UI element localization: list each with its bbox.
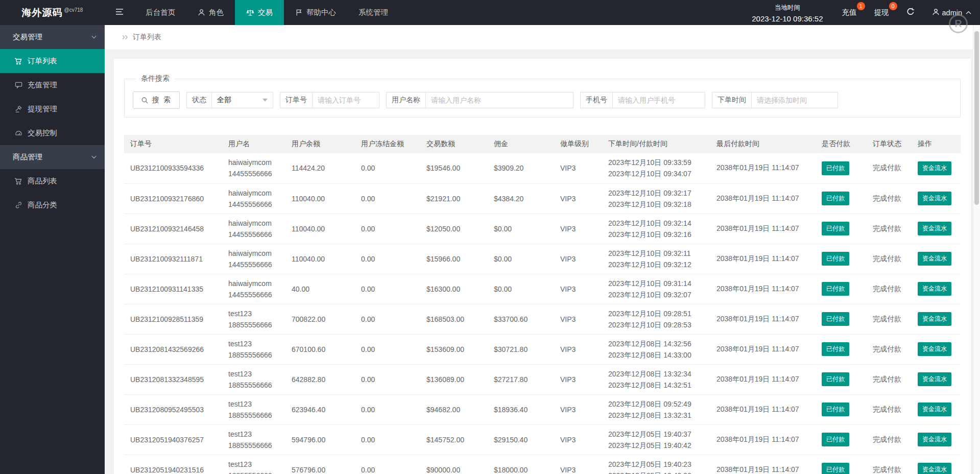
cell-level: VIP3: [554, 244, 602, 274]
order-time: 2023年12月10日 09:33:59: [608, 157, 704, 168]
user-name: test123: [228, 338, 279, 349]
cell-action: 资金流水: [912, 394, 961, 424]
filter-input[interactable]: [426, 92, 573, 108]
page-title: 订单列表: [133, 33, 161, 42]
scrollbar-thumb[interactable]: [974, 31, 979, 205]
user-name: haiwaiymcom: [228, 218, 279, 229]
fund-flow-button[interactable]: 资金流水: [918, 192, 951, 205]
cell-balance: 110040.00: [285, 183, 355, 214]
search-button[interactable]: 搜 索: [133, 91, 180, 109]
cell-level: VIP3: [554, 183, 602, 214]
cell-amount: $16300.00: [420, 274, 488, 304]
cell-user: test12318855556666: [222, 394, 285, 424]
cell-action: 资金流水: [912, 304, 961, 334]
cell-frozen: 0.00: [355, 244, 420, 274]
search-panel-legend: 条件搜索: [136, 74, 175, 83]
breadcrumb: 订单列表: [105, 25, 980, 50]
breadcrumb-chevrons-icon: [122, 35, 128, 40]
nav-item-trade[interactable]: 交易: [235, 0, 284, 25]
cell-last_pay_time: 2038年01月19日 11:14:07: [710, 455, 816, 474]
fund-flow-button[interactable]: 资金流水: [918, 161, 951, 175]
cell-frozen: 0.00: [355, 364, 420, 394]
sidebar-item-product-category[interactable]: 商品分类: [0, 193, 105, 217]
fund-flow-button[interactable]: 资金流水: [918, 282, 951, 296]
col-header-amount: 交易数额: [420, 135, 488, 153]
nav-item-help[interactable]: 帮助中心: [284, 0, 347, 25]
status-select[interactable]: 全部: [212, 92, 273, 108]
cell-commission: $0.00: [488, 214, 554, 244]
fund-flow-button[interactable]: 资金流水: [918, 222, 951, 235]
cell-user: test12318855556666: [222, 364, 285, 394]
cell-user: test12318855556666: [222, 334, 285, 364]
filter-row: 搜 索 状态 全部 订单号: [132, 91, 953, 109]
nav-item-home[interactable]: 后台首页: [134, 0, 186, 25]
cell-order_no: UB2312081332348595: [124, 364, 222, 394]
cell-user: haiwaiymcom14455556666: [222, 274, 285, 304]
refresh-button[interactable]: [898, 0, 923, 25]
cell-action: 资金流水: [912, 153, 961, 183]
sidebar-item-recharge-mgmt[interactable]: 充值管理: [0, 73, 105, 97]
cell-status: 完成付款: [867, 364, 912, 394]
user-name: test123: [228, 459, 279, 470]
fund-flow-button[interactable]: 资金流水: [918, 463, 951, 474]
user-icon: [932, 8, 940, 17]
cell-order_no: UB2312100932176860: [124, 183, 222, 214]
fund-flow-button[interactable]: 资金流水: [918, 312, 951, 326]
paid-status-badge: 已付款: [822, 402, 849, 416]
cell-order_no: UB2312100928511359: [124, 304, 222, 334]
user-menu[interactable]: admin: [923, 0, 980, 25]
recharge-link[interactable]: 充值 1: [833, 0, 866, 25]
sidebar-item-product-mgmt[interactable]: 商品管理: [0, 145, 105, 169]
menu-toggle-button[interactable]: [105, 0, 134, 25]
sidebar-item-product-list[interactable]: 商品列表: [0, 169, 105, 193]
col-header-user: 用户名: [222, 135, 285, 153]
nav-item-roles[interactable]: 角色: [186, 0, 235, 25]
paid-status-badge: 已付款: [822, 342, 849, 356]
paid-status-badge: 已付款: [822, 433, 849, 446]
paid-status-badge: 已付款: [822, 161, 849, 175]
orders-table-head-row: 订单号用户名用户余额用户冻结金额交易数额佣金做单级别下单时间/付款时间最后付款时…: [124, 135, 961, 153]
cell-balance: 642882.80: [285, 364, 355, 394]
user-phone: 14455556666: [228, 289, 279, 300]
filter-input[interactable]: [752, 92, 838, 108]
cell-paid: 已付款: [816, 334, 867, 364]
fund-flow-button[interactable]: 资金流水: [918, 433, 951, 446]
paid-status-badge: 已付款: [822, 282, 849, 296]
user-phone: 18855556666: [228, 470, 279, 474]
fund-flow-button[interactable]: 资金流水: [918, 372, 951, 386]
nav-item-system[interactable]: 系统管理: [347, 0, 399, 25]
sidebar-item-trade-control[interactable]: 交易控制: [0, 121, 105, 145]
filter-input[interactable]: [613, 92, 705, 108]
cell-frozen: 0.00: [355, 424, 420, 455]
fund-flow-button[interactable]: 资金流水: [918, 402, 951, 416]
col-header-frozen: 用户冻结金额: [355, 135, 420, 153]
cell-frozen: 0.00: [355, 455, 420, 474]
cell-action: 资金流水: [912, 274, 961, 304]
user-name: test123: [228, 368, 279, 380]
cell-frozen: 0.00: [355, 334, 420, 364]
sidebar-item-trade-mgmt[interactable]: 交易管理: [0, 25, 105, 49]
filter-group-status: 状态 全部: [186, 92, 273, 108]
cell-user: haiwaiymcom14455556666: [222, 183, 285, 214]
cell-paid: 已付款: [816, 304, 867, 334]
select-caret-icon: [262, 99, 268, 102]
withdraw-link[interactable]: 提现 0: [866, 0, 898, 25]
brand-logo[interactable]: 海外源码@cv718: [0, 0, 105, 25]
sidebar-item-order-list[interactable]: 订单列表: [0, 49, 105, 73]
sidebar-item-withdraw-mgmt[interactable]: 提现管理: [0, 97, 105, 121]
cell-last_pay_time: 2038年01月19日 11:14:07: [710, 153, 816, 183]
cell-paid: 已付款: [816, 244, 867, 274]
cell-commission: $0.00: [488, 274, 554, 304]
table-row: UB2312081432569266test123188555566666701…: [124, 334, 961, 364]
fund-flow-button[interactable]: 资金流水: [918, 342, 951, 356]
filter-input[interactable]: [313, 92, 379, 108]
cell-commission: $30721.80: [488, 334, 554, 364]
cell-frozen: 0.00: [355, 214, 420, 244]
cell-last_pay_time: 2038年01月19日 11:14:07: [710, 214, 816, 244]
cell-level: VIP3: [554, 364, 602, 394]
cell-user: test12318855556666: [222, 424, 285, 455]
fund-flow-button[interactable]: 资金流水: [918, 252, 951, 266]
pay-time: 2023年12月10日 09:32:12: [608, 259, 704, 270]
cell-status: 完成付款: [867, 334, 912, 364]
user-phone: 18855556666: [228, 440, 279, 451]
